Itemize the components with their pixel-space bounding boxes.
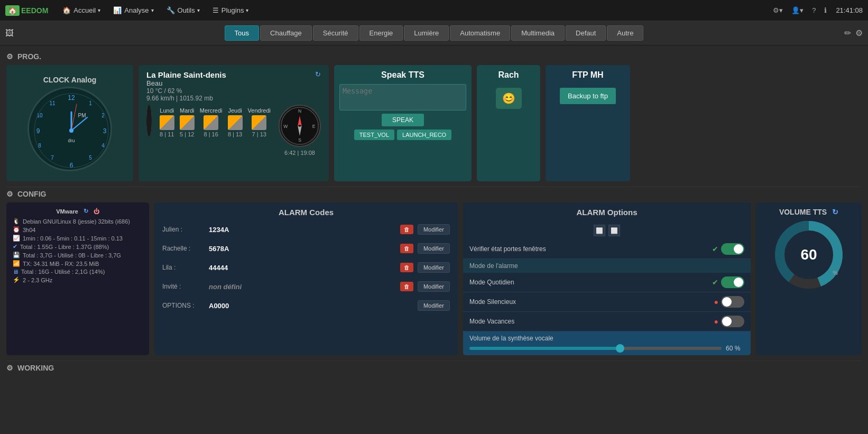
svg-text:S: S: [298, 137, 301, 143]
nav-analyse[interactable]: 📊 Analyse ▾: [107, 0, 160, 21]
tab-chauffage[interactable]: Chauffage: [260, 25, 312, 41]
plugins-icon: ☰: [213, 6, 219, 14]
edit-icon[interactable]: ✏: [844, 28, 851, 38]
info-icon[interactable]: ℹ: [822, 4, 829, 16]
gear-icon[interactable]: ⚙: [855, 28, 863, 38]
alarm-vacances-label: Mode Vacances: [469, 318, 514, 325]
ftp-backup-button[interactable]: Backup to ftp: [560, 88, 616, 104]
chart-icon: 📊: [113, 6, 122, 14]
alarm-row-options: OPTIONS : A0000 Modifier: [162, 298, 450, 313]
alarm-label-lila: Lila :: [162, 264, 205, 271]
section-divider: [6, 187, 862, 187]
volume-slider[interactable]: [469, 347, 722, 350]
tab-tous[interactable]: Tous: [225, 25, 259, 41]
moon-icon: [146, 105, 152, 136]
alarm-delete-julien[interactable]: 🗑: [400, 225, 413, 234]
alarm-modify-julien[interactable]: Modifier: [418, 224, 450, 235]
alarm-row-lila: Lila : 44444 🗑 Modifier: [162, 260, 450, 275]
svg-text:5: 5: [89, 155, 92, 161]
ftp-title: FTP MH: [572, 70, 603, 80]
weather-icon-jeudi: [228, 115, 243, 130]
tab-defaut[interactable]: Defaut: [566, 25, 606, 41]
chevron-down-icon: ▾: [246, 7, 248, 13]
svg-text:6: 6: [70, 162, 73, 169]
ram-icon: 🖥: [13, 269, 19, 275]
toggle-x-silencieux: ●: [714, 298, 718, 306]
nav-menu: 🏠 Accueil ▾ 📊 Analyse ▾ 🔧 Outils ▾ ☰ Plu…: [56, 0, 771, 21]
settings-icon[interactable]: ⚙▾: [771, 4, 785, 16]
svg-text:9: 9: [36, 127, 40, 135]
alarm-modify-lila[interactable]: Modifier: [418, 262, 450, 273]
tts-speak-button[interactable]: SPEAK: [382, 114, 424, 126]
tts-launch-reco-button[interactable]: LAUNCH_RECO: [397, 130, 451, 140]
system-os: Debian GNU/Linux 8 (jessie) 32bits (i686…: [23, 218, 130, 225]
chevron-down-icon: ▾: [98, 7, 100, 13]
tts-test-vol-button[interactable]: TEST_VOL: [354, 130, 394, 140]
volume-synth-label: Volume de la synthèse vocale: [469, 335, 744, 342]
config-section-header: ⚙ CONFIG: [6, 190, 862, 198]
alarm-delete-lila[interactable]: 🗑: [400, 263, 413, 272]
navbar-right: ⚙▾ 👤▾ ? ℹ 21:41:08: [771, 4, 863, 16]
alarm-modify-rachelle[interactable]: Modifier: [418, 243, 450, 254]
disk-icon: ✔: [13, 243, 17, 250]
alarm-codes-widget: ALARM Codes Julien : 1234A 🗑 Modifier Ra…: [154, 202, 458, 355]
alarm-label-options: OPTIONS :: [162, 302, 205, 309]
tab-energie[interactable]: Energie: [359, 25, 403, 41]
svg-point-16: [69, 128, 73, 133]
system-disk2-row: 💾 Total : 3,7G - Utilisé : 0B - Libre : …: [13, 252, 143, 258]
nav-plugins[interactable]: ☰ Plugins ▾: [206, 0, 255, 21]
help-icon[interactable]: ?: [810, 4, 818, 16]
toggle-silencieux[interactable]: [721, 296, 744, 308]
weather-widget: La Plaine Saint-denis Beau 10 °C / 62 % …: [138, 65, 329, 181]
linux-icon: 🐧: [13, 218, 20, 225]
nav-accueil[interactable]: 🏠 Accueil ▾: [56, 0, 107, 21]
system-load-row: 📈 1min : 0.06 - 5min : 0.11 - 15min : 0.…: [13, 235, 143, 242]
toggle-portes[interactable]: [721, 243, 744, 255]
weather-wind: 9.66 km/h | 1015.92 mb: [146, 95, 226, 102]
alarm-delete-invite[interactable]: 🗑: [400, 282, 413, 291]
clock-icon: ⏰: [13, 226, 20, 233]
weather-header: La Plaine Saint-denis Beau 10 °C / 62 % …: [146, 70, 321, 102]
toggle-vacances[interactable]: [721, 316, 744, 327]
tab-bar: 🖼 Tous Chauffage Sécurité Energie Lumièr…: [0, 21, 868, 45]
svg-text:PM: PM: [78, 113, 86, 118]
alarm-modify-options[interactable]: Modifier: [418, 300, 450, 311]
svg-text:N: N: [298, 108, 301, 114]
weather-refresh-icon[interactable]: ↻: [315, 70, 321, 78]
tab-securite[interactable]: Sécurité: [313, 25, 358, 41]
weather-icon-mercredi: [204, 115, 218, 130]
toggle-quotidien[interactable]: [721, 276, 744, 288]
working-divider: [6, 361, 862, 361]
brand[interactable]: 🏠 EEDOM: [5, 5, 48, 16]
rach-title: Rach: [498, 70, 519, 80]
tab-autre[interactable]: Autre: [607, 25, 643, 41]
alarm-icon-copy[interactable]: ⬜: [594, 225, 605, 236]
user-icon[interactable]: 👤▾: [789, 4, 806, 16]
system-refresh-icon[interactable]: ↻: [84, 208, 88, 215]
toggle-check-portes: ✔: [712, 245, 718, 253]
alarm-icon-paste[interactable]: ⬜: [608, 225, 620, 236]
toggle-x-vacances: ●: [714, 317, 718, 326]
weather-temp: 10 °C / 62 %: [146, 87, 226, 95]
nav-outils[interactable]: 🔧 Outils ▾: [160, 0, 206, 21]
alarm-modify-invite[interactable]: Modifier: [418, 281, 450, 292]
tab-lumiere[interactable]: Lumière: [404, 25, 449, 41]
prog-title: PROG.: [17, 52, 41, 61]
working-gear-icon: ⚙: [6, 364, 13, 372]
forecast-jeudi: Jeudi 8 | 13: [228, 107, 243, 137]
chevron-down-icon: ▾: [151, 7, 154, 13]
rach-widget: Rach 😊: [477, 65, 540, 181]
alarm-code-julien: 1234A: [209, 226, 396, 234]
forecast-mercredi: Mercredi 8 | 16: [200, 107, 223, 137]
tts-message-input[interactable]: [339, 84, 466, 110]
volume-tts-refresh-icon[interactable]: ↻: [832, 208, 838, 216]
clock-widget: CLOCK Analog 12 3 6 9 1 2 4 5 7 8 10 11: [6, 65, 133, 181]
tab-multimedia[interactable]: Multimedia: [511, 25, 565, 41]
alarm-delete-rachelle[interactable]: 🗑: [400, 244, 413, 253]
tab-automatisme[interactable]: Automatisme: [450, 25, 510, 41]
svg-text:7: 7: [51, 155, 54, 161]
rach-emoji-button[interactable]: 😊: [496, 88, 522, 109]
system-power-icon[interactable]: ⏻: [94, 208, 99, 215]
load-icon: 📈: [13, 235, 20, 242]
chevron-down-icon: ▾: [197, 7, 200, 13]
